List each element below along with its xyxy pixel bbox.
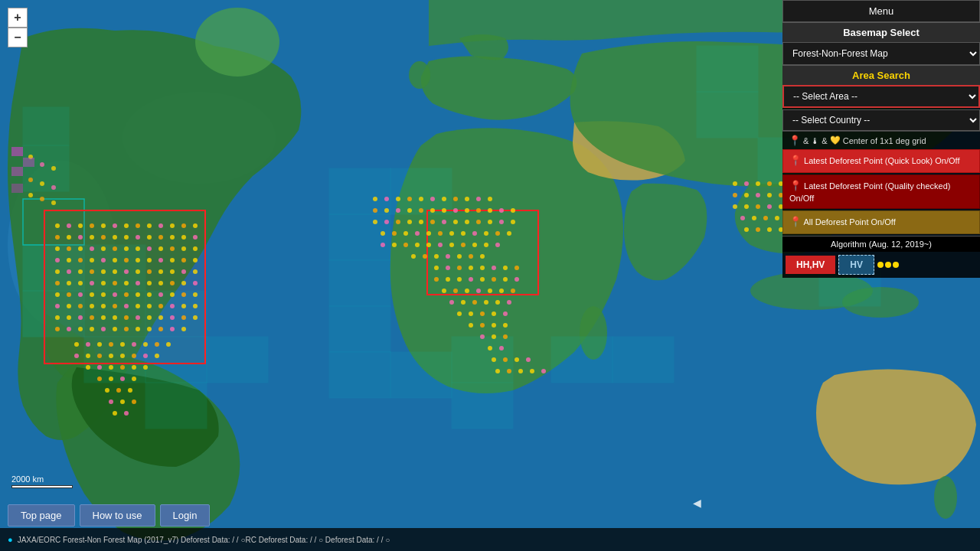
svg-point-301 (507, 300, 511, 305)
dot-indicators (877, 262, 899, 268)
svg-point-354 (28, 178, 33, 182)
svg-point-47 (113, 223, 117, 228)
top-page-button[interactable]: Top page (8, 504, 75, 527)
svg-point-201 (109, 399, 113, 404)
scale-line (11, 485, 73, 488)
svg-point-64 (158, 235, 163, 240)
svg-point-210 (419, 197, 423, 201)
svg-point-305 (492, 311, 496, 316)
svg-point-336 (733, 204, 737, 209)
svg-point-198 (105, 388, 109, 393)
svg-point-5 (195, 8, 279, 77)
yellow-circle-icon: 💛 (830, 135, 841, 145)
svg-point-311 (480, 334, 485, 339)
svg-point-226 (476, 208, 481, 213)
svg-point-224 (453, 208, 458, 213)
hh-hv-button[interactable]: HH,HV (786, 256, 835, 274)
svg-point-99 (113, 269, 117, 274)
svg-point-91 (170, 258, 175, 262)
svg-point-149 (90, 315, 94, 320)
svg-point-233 (407, 220, 412, 224)
svg-point-45 (90, 223, 94, 228)
svg-point-269 (446, 254, 450, 259)
svg-point-303 (469, 311, 473, 316)
svg-point-194 (97, 377, 102, 381)
dot-yellow-1 (877, 262, 884, 268)
svg-point-348 (756, 227, 760, 232)
svg-point-199 (116, 388, 121, 393)
pin-red-icon: 📍 (789, 155, 802, 166)
svg-point-250 (461, 231, 466, 236)
svg-point-197 (132, 377, 136, 381)
svg-rect-26 (329, 260, 390, 306)
svg-point-150 (101, 315, 106, 320)
dot-yellow-3 (893, 262, 899, 268)
svg-point-122 (78, 292, 83, 297)
svg-point-70 (78, 246, 83, 251)
svg-point-115 (147, 281, 152, 285)
svg-point-261 (449, 243, 454, 247)
select-country-dropdown[interactable]: -- Select Country -- (782, 109, 980, 131)
pin-pink-icon: 📍 (789, 135, 801, 146)
quick-look-button[interactable]: 📍 Latest Deforest Point (Quick Look) On/… (782, 149, 980, 173)
svg-point-298 (472, 300, 477, 305)
svg-point-320 (495, 369, 500, 373)
svg-point-106 (193, 269, 198, 274)
svg-point-120 (55, 292, 60, 297)
svg-point-114 (136, 281, 140, 285)
svg-point-241 (499, 220, 504, 224)
bottom-bar: ● JAXA/EORC Forest-Non Forest Map (2017_… (0, 528, 980, 551)
svg-point-104 (170, 269, 175, 274)
svg-point-264 (484, 243, 488, 247)
basemap-select[interactable]: Forest-Non-Forest Map OpenStreetMap Sate… (782, 42, 980, 65)
svg-point-89 (147, 258, 152, 262)
svg-point-279 (503, 266, 508, 270)
svg-point-207 (384, 197, 389, 201)
svg-point-77 (158, 246, 163, 251)
svg-point-139 (124, 304, 129, 308)
svg-point-51 (158, 223, 163, 228)
svg-point-57 (78, 235, 83, 240)
svg-point-252 (484, 231, 488, 236)
svg-point-342 (740, 216, 745, 220)
select-area-dropdown[interactable]: -- Select Area -- (782, 85, 980, 108)
svg-text:◀: ◀ (693, 497, 701, 509)
how-to-use-button[interactable]: How to use (80, 504, 155, 527)
svg-point-337 (744, 204, 749, 209)
quality-checked-button[interactable]: 📍 Latest Deforest Point (Quality checked… (782, 174, 980, 209)
svg-point-304 (480, 311, 485, 316)
login-button[interactable]: Login (160, 504, 211, 527)
svg-point-359 (51, 201, 56, 205)
svg-rect-32 (452, 383, 513, 429)
svg-point-253 (495, 231, 500, 236)
zoom-in-button[interactable]: + (8, 8, 28, 28)
menu-button[interactable]: Menu (782, 0, 980, 22)
all-deforest-button[interactable]: 📍 All Deforest Point On/Off (782, 210, 980, 234)
svg-rect-25 (329, 214, 390, 260)
svg-point-276 (469, 266, 473, 270)
svg-point-175 (120, 342, 125, 347)
right-panel: Menu Basemap Select Forest-Non-Forest Ma… (782, 0, 980, 278)
svg-point-74 (124, 246, 129, 251)
svg-point-164 (113, 327, 117, 331)
svg-point-11 (934, 476, 957, 519)
svg-point-97 (90, 269, 94, 274)
svg-rect-38 (612, 337, 674, 383)
svg-point-180 (74, 354, 79, 358)
svg-point-177 (143, 342, 148, 347)
hv-button[interactable]: HV (838, 255, 874, 275)
svg-point-213 (453, 197, 458, 201)
svg-rect-29 (390, 168, 452, 214)
svg-point-83 (78, 258, 83, 262)
basemap-title: Basemap Select (782, 22, 980, 42)
svg-point-200 (128, 388, 132, 393)
svg-point-107 (55, 281, 60, 285)
svg-point-109 (78, 281, 83, 285)
svg-point-61 (124, 235, 129, 240)
svg-point-316 (492, 357, 496, 362)
svg-point-166 (136, 327, 140, 331)
svg-point-310 (503, 323, 508, 328)
svg-point-212 (442, 197, 446, 201)
zoom-out-button[interactable]: − (8, 28, 28, 47)
svg-point-69 (67, 246, 71, 251)
